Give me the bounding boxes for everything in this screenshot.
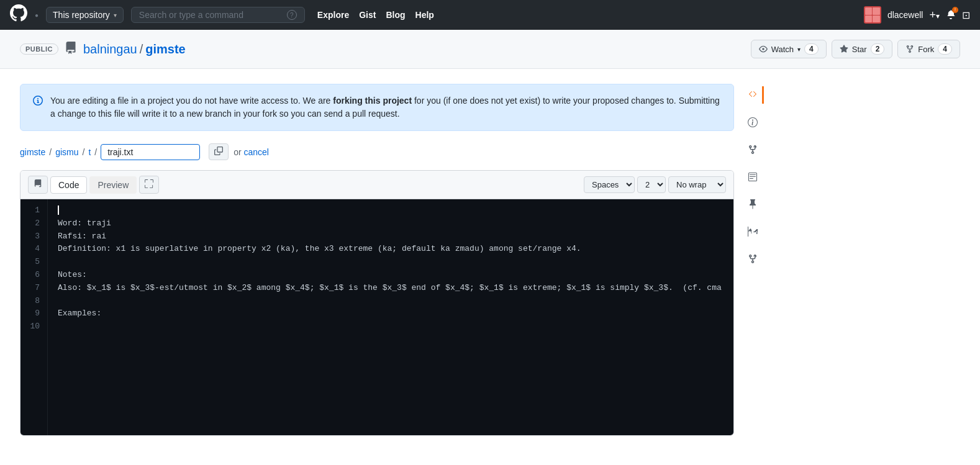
wiki-icon[interactable]: [744, 168, 761, 186]
or-label: or cancel: [234, 147, 269, 157]
fullscreen-button[interactable]: [139, 176, 159, 194]
copy-path-button[interactable]: [209, 143, 229, 160]
exit-icon[interactable]: ⊡: [962, 9, 970, 21]
line-num-9: 9: [28, 307, 40, 320]
info-panel-icon[interactable]: [744, 114, 761, 131]
code-tab[interactable]: Code: [50, 176, 87, 194]
repo-actions: Watch ▾ 4 Star 2 Fork 4: [751, 40, 960, 58]
nav-gist[interactable]: Gist: [359, 10, 376, 20]
fork-count: 4: [938, 43, 952, 55]
search-input[interactable]: [139, 10, 282, 20]
repo-full-name: balningau/gimste: [83, 42, 186, 56]
header-actions: dlacewell +▾ ! ⊡: [864, 6, 970, 24]
main-nav: Explore Gist Blog Help: [317, 10, 856, 20]
line-num-5: 5: [28, 256, 40, 269]
username-label[interactable]: dlacewell: [887, 10, 923, 20]
status-dot: ●: [35, 12, 39, 19]
search-help-icon: ?: [287, 10, 297, 20]
notifications-button[interactable]: !: [946, 9, 956, 21]
repo-title: PUBLIC balningau/gimste: [20, 40, 186, 58]
right-sidebar: [739, 84, 766, 436]
line-numbers: 1 2 3 4 5 6 7 8 9 10: [20, 199, 48, 435]
line-num-10: 10: [28, 320, 40, 333]
repo-selector-arrow: ▾: [114, 12, 117, 19]
fork-button[interactable]: Fork 4: [897, 40, 960, 58]
info-banner: You are editing a file in a project you …: [20, 84, 734, 131]
pull-request-icon[interactable]: [744, 141, 761, 158]
main-header: ● This repository ▾ ? Explore Gist Blog …: [0, 0, 980, 30]
watch-count: 4: [804, 43, 819, 55]
path-gismu[interactable]: gismu: [55, 147, 78, 157]
path-sep-2: /: [82, 147, 84, 157]
watch-label: Watch: [771, 45, 794, 54]
line-num-7: 7: [28, 282, 40, 295]
line-num-2: 2: [28, 217, 40, 230]
path-t[interactable]: t: [88, 147, 91, 157]
editor-toolbar: Code Preview Spaces 2 4 No wrap Sof: [20, 171, 733, 199]
fork-label: Fork: [918, 45, 934, 54]
info-banner-text: You are editing a file in a project you …: [50, 94, 721, 120]
path-gimste[interactable]: gimste: [20, 147, 45, 157]
path-sep-3: /: [94, 147, 97, 157]
main-content: You are editing a file in a project you …: [0, 69, 980, 451]
line-num-4: 4: [28, 243, 40, 256]
repo-header: PUBLIC balningau/gimste Watch ▾ 4 Star 2: [0, 30, 980, 69]
cancel-link[interactable]: cancel: [244, 147, 269, 157]
repo-icon: [65, 40, 77, 58]
avatar: [864, 6, 881, 24]
nav-help[interactable]: Help: [415, 10, 434, 20]
search-bar[interactable]: ?: [131, 7, 305, 23]
nav-explore[interactable]: Explore: [317, 10, 349, 20]
visibility-badge: PUBLIC: [20, 43, 58, 55]
repo-selector[interactable]: This repository ▾: [46, 7, 124, 23]
watch-button[interactable]: Watch ▾ 4: [751, 40, 827, 58]
line-num-1: 1: [28, 204, 40, 217]
preview-tab[interactable]: Preview: [89, 176, 137, 194]
code-panel-icon[interactable]: [746, 86, 764, 104]
filename-input[interactable]: [101, 144, 200, 160]
editor-container: Code Preview Spaces 2 4 No wrap Sof: [20, 170, 734, 436]
star-button[interactable]: Star 2: [832, 40, 893, 58]
editor-area: You are editing a file in a project you …: [20, 84, 734, 436]
line-num-8: 8: [28, 295, 40, 308]
pinned-icon[interactable]: [744, 196, 761, 213]
path-sep-1: /: [49, 147, 52, 157]
notification-badge: !: [952, 7, 958, 13]
repo-owner-link[interactable]: balningau: [83, 45, 137, 55]
github-logo[interactable]: [10, 4, 27, 25]
code-editor: 1 2 3 4 5 6 7 8 9 10 Word: traji Rafsi: …: [20, 199, 733, 435]
line-num-6: 6: [28, 269, 40, 282]
new-menu-button[interactable]: +▾: [929, 9, 940, 22]
repo-name-link[interactable]: gimste: [145, 45, 185, 55]
insights-icon[interactable]: [744, 223, 761, 240]
line-num-3: 3: [28, 230, 40, 243]
network-icon[interactable]: [744, 250, 761, 268]
wrap-mode-select[interactable]: No wrap Soft wrap: [668, 176, 726, 193]
star-count: 2: [871, 43, 885, 55]
file-path-actions: or cancel: [209, 143, 269, 160]
repo-selector-label: This repository: [53, 10, 110, 20]
file-path-bar: gimste / gismu / t / or cancel: [20, 143, 734, 160]
code-textarea[interactable]: Word: traji Rafsi: rai Definition: x1 is…: [48, 199, 733, 435]
star-label: Star: [852, 45, 867, 54]
raw-mode-button[interactable]: [28, 176, 48, 194]
nav-blog[interactable]: Blog: [386, 10, 405, 20]
indent-mode-select[interactable]: Spaces: [584, 176, 635, 193]
info-icon: [33, 95, 43, 120]
indent-size-select[interactable]: 2 4: [637, 176, 666, 193]
